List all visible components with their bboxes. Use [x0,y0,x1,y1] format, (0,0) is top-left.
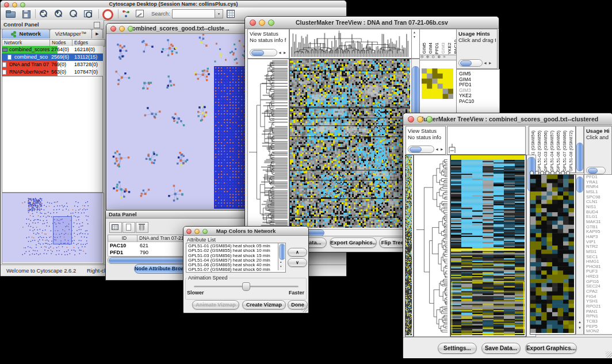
table-row[interactable]: RNAPuberNov2+ 563(0) 107847(0) [2,68,103,76]
tv1-summary-heatmap[interactable] [422,68,453,99]
zoom-button[interactable] [20,2,25,7]
zoom-button[interactable] [426,116,433,122]
tv2-hints-zoom-slider[interactable] [586,167,606,174]
node-attribute-browser-button[interactable]: Node Attribute Brows [134,264,187,274]
tv1-hints-zoom-slider[interactable] [458,59,483,67]
close-button[interactable] [250,20,256,26]
slider-thumb[interactable] [410,147,422,152]
tv2-heatmap[interactable] [450,155,526,337]
tv2-labels-scrollbar[interactable] [576,126,584,173]
document-icon [7,55,12,60]
tab-network[interactable]: Network [2,29,50,39]
usage-hints-text: Click and [586,134,611,140]
window-controls [408,116,433,122]
tv1-row-dendrogram[interactable] [247,59,289,229]
slider-arrows-icon[interactable]: ◄ ► [483,60,492,66]
zoom-button[interactable] [268,20,274,26]
network-graph-canvas[interactable] [107,34,251,209]
create-vizmap-button[interactable]: Create Vizmap [242,300,286,309]
help-lifering-icon[interactable] [102,9,112,18]
search-dropdown-button[interactable]: ▼ [215,9,223,18]
data-panel-header[interactable]: Data Panel [106,210,252,219]
list-scrollbar[interactable]: ▴ ▾ [278,243,285,270]
open-session-icon[interactable] [5,9,16,18]
attribute-list-item[interactable]: GPL51-07 (GSM868) heat shock 60 min [186,267,285,272]
scrollbar-thumb[interactable] [279,244,285,260]
close-button[interactable] [110,26,116,32]
search-input[interactable] [172,9,216,18]
delete-attribute-trash-icon[interactable] [136,222,148,233]
select-attributes-icon[interactable] [109,222,122,233]
zoom-fit-icon[interactable] [83,9,94,18]
minimize-button[interactable] [259,20,265,26]
scrollbar-thumb[interactable] [576,143,583,171]
slider-thumb[interactable] [588,168,598,174]
move-down-button[interactable]: ∨ [288,258,307,267]
treeview2-title-bar[interactable]: ClusterMaker TreeView : combined_scores_… [403,113,612,125]
network-overview-icon[interactable] [121,9,132,18]
resize-grip[interactable] [606,351,612,358]
treeview1-title-bar[interactable]: ClusterMaker TreeView : DNA and Tran 07-… [245,17,499,29]
tv1-heatmap[interactable] [289,59,412,229]
minimize-button[interactable] [12,2,17,7]
network-tree-empty-area[interactable] [2,76,103,193]
zoom-in-icon[interactable] [53,9,64,18]
save-session-icon[interactable] [21,9,32,18]
close-button[interactable] [186,229,192,234]
animate-vizmap-button[interactable]: Animate Vizmap [192,300,239,309]
minimize-button[interactable] [194,229,200,234]
annotation-icon[interactable] [135,9,146,18]
birdseye-view-canvas[interactable] [2,193,102,262]
resize-grip[interactable] [301,306,308,312]
table-row[interactable]: combined_scores 2764(0) 16218(0) [2,46,103,53]
export-graphics-button[interactable]: Export Graphics... [330,237,377,248]
network-name-cell: combined_scores [2,46,58,53]
export-graphics-button[interactable]: Export Graphics... [525,343,577,354]
attribute-listbox[interactable]: GPL51-01 (GSM854) heat shock 05 minGPL51… [186,243,286,273]
close-button[interactable] [4,2,9,7]
window-controls [186,229,208,234]
main-window-title: Cytoscape Desktop (Session Name: collins… [109,1,238,7]
tv2-genes-scrollbar[interactable]: ▲ ▼ [576,174,584,335]
tv1-status-zoom-slider[interactable] [250,49,277,56]
save-data-button[interactable]: Save Data... [481,343,521,354]
scroll-up-icon[interactable]: ▲ [578,320,582,325]
animation-slider-thumb[interactable] [242,282,250,291]
minimize-button[interactable] [119,26,125,32]
zoom-out-icon[interactable] [39,9,49,18]
table-row[interactable]: DNA and Tran 07 769(0) 183728(0) [2,61,103,68]
tv1-column-dendrogram[interactable] [289,29,412,59]
zoom-selected-icon[interactable] [68,9,79,18]
tv2-status-zoom-slider[interactable] [408,145,434,153]
minimize-button[interactable] [417,116,423,122]
close-button[interactable] [408,116,414,122]
network-tab-icon [11,33,14,36]
slider-thumb[interactable] [460,60,472,66]
tv2-row-dendrogram[interactable] [414,155,450,337]
slider-arrows-icon[interactable]: ◄ ► [435,147,444,152]
zoom-button[interactable] [128,26,133,32]
move-up-button[interactable]: ∧ [288,248,307,256]
scroll-down-icon[interactable]: ▼ [578,325,582,331]
zoom-button[interactable] [202,229,208,234]
float-panel-icon[interactable] [94,22,100,28]
tv2-global-view-strip[interactable] [405,155,414,337]
small-down-icon[interactable]: ▾ [414,35,415,40]
slider-arrows-icon[interactable]: ◄ ► [278,50,287,55]
tab-overflow-arrow[interactable]: ▶ [91,29,103,39]
nodes-cell: 563(0) [51,68,66,76]
scrollbar-thumb[interactable] [109,257,186,264]
tab-vizmapper[interactable]: VizMapper™ [49,29,92,39]
dialog-title-bar[interactable]: Map Colors to Network [183,227,308,236]
attribute-browser-icon[interactable] [226,9,236,18]
new-attribute-icon[interactable] [123,222,135,233]
scrollbar-thumb[interactable] [576,177,583,193]
network-overview-panel[interactable] [2,193,104,264]
network-window-title-bar[interactable]: combined_scores_good.txt--cluste... [106,24,252,34]
slider-thumb[interactable] [251,50,264,56]
table-row-selected[interactable]: combined_sco 2569(6) 13112(15) [2,53,103,61]
tv2-zoom-heatmap[interactable] [530,174,576,335]
tv2-column-dendrogram[interactable] [447,126,526,155]
settings-button[interactable]: Settings... [438,343,477,354]
scroll-down-icon[interactable]: ▾ [280,264,282,269]
